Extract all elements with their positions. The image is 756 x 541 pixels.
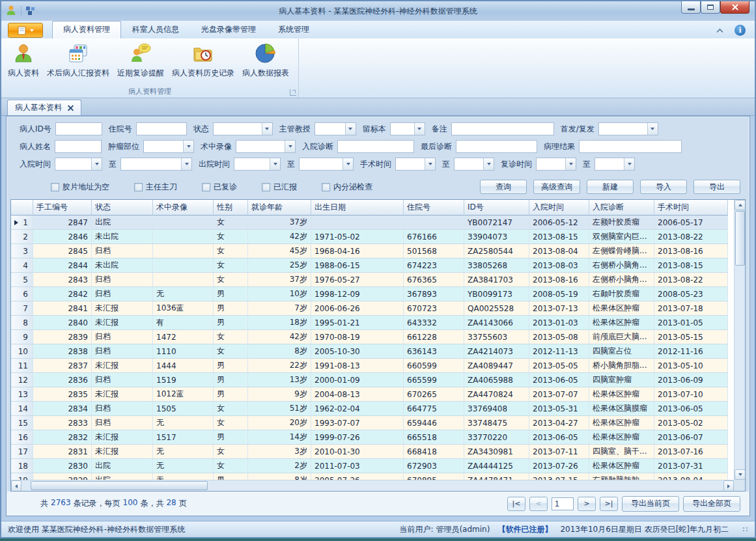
export-all-pages-button[interactable]: 导出全部页 <box>683 496 740 512</box>
table-cell[interactable]: 2835 <box>33 387 92 402</box>
table-cell[interactable]: 四脑室占位 <box>589 344 654 359</box>
table-row[interactable]: 32845归档女45岁1968-04-16501568ZA25805442013… <box>11 244 728 258</box>
table-cell[interactable]: 2840 <box>33 316 92 330</box>
filter-input-入院诊断[interactable] <box>337 140 414 153</box>
table-cell[interactable]: 659446 <box>404 416 464 430</box>
table-cell[interactable]: 2013-08-15 <box>654 258 728 273</box>
scroll-down-button[interactable] <box>735 469 746 480</box>
table-cell[interactable]: 松果体区肿瘤 <box>589 416 654 430</box>
table-row[interactable]: 82840未汇报有男18岁1995-01-21643332ZA414306620… <box>11 316 728 330</box>
ribbon-button[interactable]: 病人资料历史记录 <box>168 40 238 81</box>
table-cell[interactable]: 42岁 <box>248 330 311 344</box>
chevron-down-icon[interactable] <box>414 123 425 135</box>
table-cell[interactable]: 1012蓝 <box>153 387 214 402</box>
table-cell[interactable]: 2013-07-13 <box>529 301 589 316</box>
filter-combo-至[interactable] <box>299 158 354 171</box>
table-cell[interactable]: 10岁 <box>248 287 311 301</box>
row-number-cell[interactable]: 12 <box>11 373 33 387</box>
layout-icon[interactable] <box>25 5 36 18</box>
table-row[interactable]: 72841未汇报1036蓝男7岁2006-06-26670723QA002552… <box>11 301 728 316</box>
table-cell[interactable]: 8岁 <box>248 473 311 480</box>
table-cell[interactable]: 未汇报 <box>92 430 153 445</box>
table-cell[interactable]: 2013-06-09 <box>654 373 728 387</box>
table-cell[interactable]: 1976-05-27 <box>311 273 404 287</box>
table-cell[interactable]: 2013-06-05 <box>654 402 728 416</box>
table-cell[interactable]: 45岁 <box>248 244 311 258</box>
table-cell[interactable]: 33904073 <box>464 230 529 244</box>
filter-combo-术中录像[interactable] <box>236 140 296 153</box>
table-row[interactable]: 162832未汇报1517男14岁1999-07-266655183377022… <box>11 430 728 445</box>
table-cell[interactable]: 前颅底巨大脑... <box>589 330 654 344</box>
table-cell[interactable]: 女 <box>214 416 248 430</box>
table-cell[interactable]: 未出院 <box>92 258 153 273</box>
table-cell[interactable]: 2013-08-03 <box>529 258 589 273</box>
page-number-input[interactable] <box>552 497 574 510</box>
table-row[interactable]: 152833归档无女20岁1993-07-0765944633748475201… <box>11 416 728 430</box>
table-cell[interactable]: ZA4065988 <box>464 373 529 387</box>
table-cell[interactable]: 2008-05-23 <box>654 287 728 301</box>
checkbox-icon[interactable] <box>51 183 59 191</box>
row-number-cell[interactable]: 7 <box>11 301 33 316</box>
table-cell[interactable] <box>311 215 404 230</box>
filter-combo-入院时间[interactable] <box>55 158 102 171</box>
checkbox-内分泌检查[interactable]: 内分泌检查 <box>322 182 372 193</box>
table-row[interactable]: 52843归档女37岁1976-05-27676365ZA38417032013… <box>11 273 728 287</box>
resize-grip-icon[interactable] <box>743 527 748 531</box>
table-cell[interactable]: 2838 <box>33 344 92 359</box>
table-cell[interactable]: 2839 <box>33 330 92 344</box>
table-cell[interactable]: 1968-04-16 <box>311 244 404 258</box>
table-cell[interactable]: 2831 <box>33 445 92 459</box>
table-cell[interactable]: 670895 <box>404 473 464 480</box>
row-number-cell[interactable]: 5 <box>11 273 33 287</box>
table-cell[interactable]: ZA3841703 <box>464 273 529 287</box>
table-cell[interactable]: 1472 <box>153 330 214 344</box>
table-cell[interactable]: 665518 <box>404 430 464 445</box>
ribbon-tab[interactable]: 光盘录像带管理 <box>190 21 267 38</box>
prev-page-button[interactable]: < <box>529 497 548 511</box>
table-cell[interactable]: 674223 <box>404 258 464 273</box>
table-cell[interactable]: 未汇报 <box>92 301 153 316</box>
table-cell[interactable]: 2013-08-16 <box>654 244 728 258</box>
registered-link[interactable]: 【软件已注册】 <box>497 524 552 535</box>
column-header[interactable]: 手工编号 <box>33 200 92 215</box>
table-cell[interactable]: 2834 <box>33 402 92 416</box>
table-cell[interactable]: 2013-01-03 <box>529 316 589 330</box>
table-cell[interactable]: 1517 <box>153 430 214 445</box>
table-cell[interactable]: 661228 <box>404 330 464 344</box>
last-page-button[interactable]: >| <box>600 497 618 511</box>
table-cell[interactable]: 2013-07-31 <box>654 459 728 473</box>
filter-combo-状态[interactable] <box>213 122 273 135</box>
table-cell[interactable]: 1519 <box>153 373 214 387</box>
vertical-scroll-thumb[interactable] <box>735 211 745 266</box>
table-cell[interactable]: 18岁 <box>248 316 311 330</box>
table-row[interactable]: 62842归档无男10岁1998-12-09367893YB0099173200… <box>11 287 728 301</box>
table-cell[interactable]: 665599 <box>404 373 464 387</box>
table-row[interactable]: 182830出院无女2岁2011-07-03672903ZA4444125201… <box>11 459 728 473</box>
table-cell[interactable]: ZA4143066 <box>464 316 529 330</box>
table-cell[interactable]: 2830 <box>33 459 92 473</box>
table-row[interactable]: 42844未出院女25岁1988-06-15674223338052682013… <box>11 258 728 273</box>
table-cell[interactable]: 松果体区肿瘤 <box>589 459 654 473</box>
filter-combo-出院时间[interactable] <box>234 158 281 171</box>
table-cell[interactable]: 左侧桥小脑角... <box>589 273 654 287</box>
table-cell[interactable]: 2846 <box>33 230 92 244</box>
table-cell[interactable]: 桥小脑角胆脂... <box>589 359 654 373</box>
scroll-up-button[interactable] <box>735 200 746 210</box>
row-number-cell[interactable]: 14 <box>11 402 33 416</box>
table-cell[interactable]: 676166 <box>404 230 464 244</box>
table-cell[interactable]: 2847 <box>33 215 92 230</box>
row-number-cell[interactable]: 15 <box>11 416 33 430</box>
table-cell[interactable]: 未汇报 <box>92 387 153 402</box>
table-cell[interactable]: 1036蓝 <box>153 301 214 316</box>
row-number-cell[interactable]: 11 <box>11 359 33 373</box>
table-cell[interactable]: 有 <box>153 316 214 330</box>
table-cell[interactable]: 2011-07-03 <box>311 459 404 473</box>
table-cell[interactable]: 33748475 <box>464 416 529 430</box>
table-cell[interactable]: 男 <box>214 373 248 387</box>
table-cell[interactable]: 42岁 <box>248 230 311 244</box>
table-cell[interactable]: 左额叶胶质瘤 <box>589 215 654 230</box>
row-number-cell[interactable]: 9 <box>11 330 33 344</box>
table-row[interactable]: 112837未汇报1444男22岁1991-08-13660599ZA40894… <box>11 359 728 373</box>
table-row[interactable]: 12847出院女37岁YB00721472006-05-12左额叶胶质瘤2006… <box>11 215 728 230</box>
table-cell[interactable]: 无 <box>153 473 214 480</box>
